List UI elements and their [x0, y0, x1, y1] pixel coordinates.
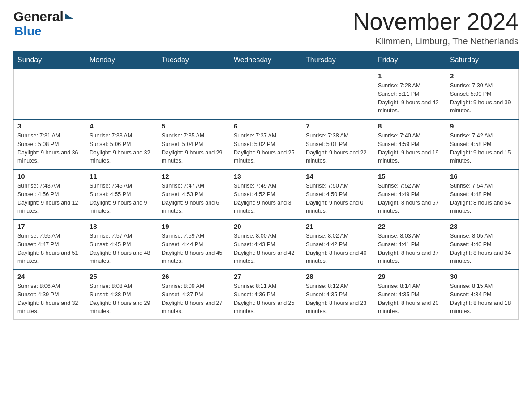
calendar-cell: 7Sunrise: 7:38 AM Sunset: 5:01 PM Daylig… [302, 119, 374, 169]
calendar-cell: 13Sunrise: 7:49 AM Sunset: 4:52 PM Dayli… [230, 169, 302, 219]
day-number: 2 [450, 72, 515, 80]
calendar-cell: 23Sunrise: 8:05 AM Sunset: 4:40 PM Dayli… [446, 219, 519, 270]
day-number: 19 [162, 223, 226, 230]
month-year-title: November 2024 [353, 9, 519, 34]
day-number: 12 [162, 172, 226, 180]
day-info: Sunrise: 7:35 AM Sunset: 5:04 PM Dayligh… [162, 132, 226, 165]
day-info: Sunrise: 7:31 AM Sunset: 5:08 PM Dayligh… [17, 132, 82, 165]
day-number: 14 [306, 172, 370, 180]
day-number: 23 [450, 223, 515, 230]
calendar-cell: 28Sunrise: 8:12 AM Sunset: 4:35 PM Dayli… [302, 270, 374, 320]
weekday-header-row: SundayMondayTuesdayWednesdayThursdayFrid… [14, 51, 519, 69]
day-info: Sunrise: 7:33 AM Sunset: 5:06 PM Dayligh… [90, 132, 154, 165]
day-number: 8 [378, 122, 442, 130]
calendar-cell [158, 69, 230, 119]
day-number: 5 [162, 122, 226, 130]
logo-blue-text: Blue [14, 24, 42, 39]
weekday-header-saturday: Saturday [446, 51, 519, 69]
weekday-header-tuesday: Tuesday [158, 51, 230, 69]
day-number: 25 [90, 273, 154, 280]
calendar-cell: 12Sunrise: 7:47 AM Sunset: 4:53 PM Dayli… [158, 169, 230, 219]
calendar-cell [230, 69, 302, 119]
logo-general-text: General [13, 9, 64, 24]
day-number: 11 [90, 172, 154, 180]
day-number: 15 [378, 172, 442, 180]
calendar-week-5: 24Sunrise: 8:06 AM Sunset: 4:39 PM Dayli… [14, 270, 519, 320]
calendar-cell: 18Sunrise: 7:57 AM Sunset: 4:45 PM Dayli… [86, 219, 158, 270]
day-number: 10 [17, 172, 82, 180]
day-info: Sunrise: 8:03 AM Sunset: 4:41 PM Dayligh… [378, 232, 442, 265]
calendar-cell: 15Sunrise: 7:52 AM Sunset: 4:49 PM Dayli… [374, 169, 446, 219]
calendar-cell: 5Sunrise: 7:35 AM Sunset: 5:04 PM Daylig… [158, 119, 230, 169]
day-number: 1 [378, 72, 442, 80]
calendar-cell: 17Sunrise: 7:55 AM Sunset: 4:47 PM Dayli… [14, 219, 86, 270]
day-info: Sunrise: 7:37 AM Sunset: 5:02 PM Dayligh… [234, 132, 298, 165]
calendar-cell [14, 69, 86, 119]
day-number: 30 [450, 273, 515, 280]
day-info: Sunrise: 7:55 AM Sunset: 4:47 PM Dayligh… [17, 232, 82, 265]
day-number: 3 [17, 122, 82, 130]
weekday-header-friday: Friday [374, 51, 446, 69]
weekday-header-monday: Monday [86, 51, 158, 69]
calendar-table: SundayMondayTuesdayWednesdayThursdayFrid… [13, 51, 519, 320]
day-info: Sunrise: 8:06 AM Sunset: 4:39 PM Dayligh… [17, 282, 82, 316]
day-number: 9 [450, 122, 515, 130]
day-number: 18 [90, 223, 154, 230]
title-section: November 2024 Klimmen, Limburg, The Neth… [353, 9, 519, 47]
location-subtitle: Klimmen, Limburg, The Netherlands [353, 36, 519, 47]
day-info: Sunrise: 8:12 AM Sunset: 4:35 PM Dayligh… [306, 282, 370, 316]
calendar-cell: 9Sunrise: 7:42 AM Sunset: 4:58 PM Daylig… [446, 119, 519, 169]
logo: General Blue [13, 9, 73, 39]
calendar-cell: 20Sunrise: 8:00 AM Sunset: 4:43 PM Dayli… [230, 219, 302, 270]
day-number: 16 [450, 172, 515, 180]
day-number: 4 [90, 122, 154, 130]
calendar-cell: 30Sunrise: 8:15 AM Sunset: 4:34 PM Dayli… [446, 270, 519, 320]
day-info: Sunrise: 7:30 AM Sunset: 5:09 PM Dayligh… [450, 81, 515, 115]
calendar-cell: 26Sunrise: 8:09 AM Sunset: 4:37 PM Dayli… [158, 270, 230, 320]
day-info: Sunrise: 7:49 AM Sunset: 4:52 PM Dayligh… [234, 182, 298, 215]
calendar-cell: 24Sunrise: 8:06 AM Sunset: 4:39 PM Dayli… [14, 270, 86, 320]
day-number: 7 [306, 122, 370, 130]
calendar-cell [86, 69, 158, 119]
weekday-header-wednesday: Wednesday [230, 51, 302, 69]
calendar-cell: 8Sunrise: 7:40 AM Sunset: 4:59 PM Daylig… [374, 119, 446, 169]
day-number: 17 [17, 223, 82, 230]
calendar-cell: 16Sunrise: 7:54 AM Sunset: 4:48 PM Dayli… [446, 169, 519, 219]
day-info: Sunrise: 7:50 AM Sunset: 4:50 PM Dayligh… [306, 182, 370, 215]
day-info: Sunrise: 8:14 AM Sunset: 4:35 PM Dayligh… [378, 282, 442, 316]
calendar-week-4: 17Sunrise: 7:55 AM Sunset: 4:47 PM Dayli… [14, 219, 519, 270]
day-info: Sunrise: 7:45 AM Sunset: 4:55 PM Dayligh… [90, 182, 154, 215]
calendar-cell [302, 69, 374, 119]
calendar-cell: 10Sunrise: 7:43 AM Sunset: 4:56 PM Dayli… [14, 169, 86, 219]
day-number: 26 [162, 273, 226, 280]
day-info: Sunrise: 7:28 AM Sunset: 5:11 PM Dayligh… [378, 81, 442, 115]
day-info: Sunrise: 8:09 AM Sunset: 4:37 PM Dayligh… [162, 282, 226, 316]
day-number: 27 [234, 273, 298, 280]
calendar-cell: 4Sunrise: 7:33 AM Sunset: 5:06 PM Daylig… [86, 119, 158, 169]
calendar-cell: 21Sunrise: 8:02 AM Sunset: 4:42 PM Dayli… [302, 219, 374, 270]
day-number: 29 [378, 273, 442, 280]
calendar-week-2: 3Sunrise: 7:31 AM Sunset: 5:08 PM Daylig… [14, 119, 519, 169]
calendar-cell: 29Sunrise: 8:14 AM Sunset: 4:35 PM Dayli… [374, 270, 446, 320]
calendar-week-1: 1Sunrise: 7:28 AM Sunset: 5:11 PM Daylig… [14, 69, 519, 119]
day-number: 13 [234, 172, 298, 180]
calendar-cell: 22Sunrise: 8:03 AM Sunset: 4:41 PM Dayli… [374, 219, 446, 270]
day-info: Sunrise: 8:05 AM Sunset: 4:40 PM Dayligh… [450, 232, 515, 265]
day-info: Sunrise: 7:40 AM Sunset: 4:59 PM Dayligh… [378, 132, 442, 165]
day-info: Sunrise: 7:47 AM Sunset: 4:53 PM Dayligh… [162, 182, 226, 215]
day-number: 6 [234, 122, 298, 130]
page-header: General Blue November 2024 Klimmen, Limb… [13, 9, 519, 47]
day-info: Sunrise: 7:59 AM Sunset: 4:44 PM Dayligh… [162, 232, 226, 265]
day-info: Sunrise: 8:08 AM Sunset: 4:38 PM Dayligh… [90, 282, 154, 316]
logo-triangle-icon [65, 13, 73, 19]
calendar-cell: 27Sunrise: 8:11 AM Sunset: 4:36 PM Dayli… [230, 270, 302, 320]
day-number: 22 [378, 223, 442, 230]
day-info: Sunrise: 7:52 AM Sunset: 4:49 PM Dayligh… [378, 182, 442, 215]
day-info: Sunrise: 8:15 AM Sunset: 4:34 PM Dayligh… [450, 282, 515, 316]
day-info: Sunrise: 7:54 AM Sunset: 4:48 PM Dayligh… [450, 182, 515, 215]
day-number: 24 [17, 273, 82, 280]
calendar-cell: 6Sunrise: 7:37 AM Sunset: 5:02 PM Daylig… [230, 119, 302, 169]
day-info: Sunrise: 8:00 AM Sunset: 4:43 PM Dayligh… [234, 232, 298, 265]
weekday-header-sunday: Sunday [14, 51, 86, 69]
day-info: Sunrise: 7:57 AM Sunset: 4:45 PM Dayligh… [90, 232, 154, 265]
